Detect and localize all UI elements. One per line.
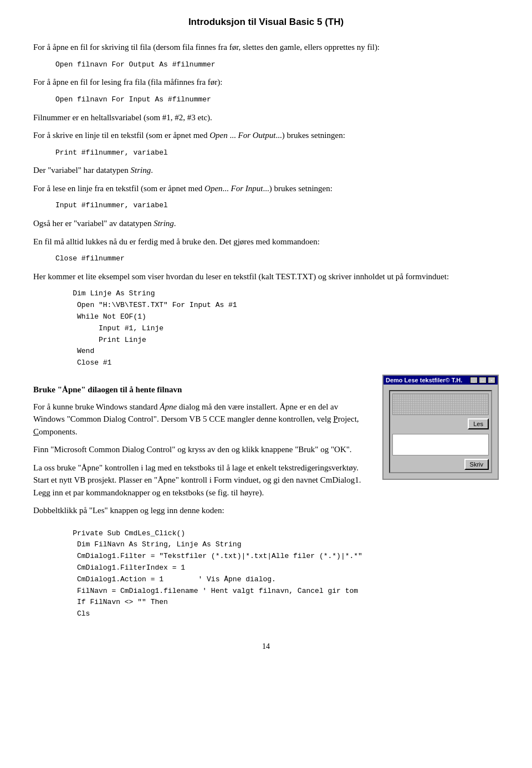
intro-paragraph-9: Her kommer et lite eksempel som viser hv…	[33, 270, 499, 283]
page-number: 14	[33, 642, 499, 651]
les-button[interactable]: Les	[468, 418, 489, 429]
section-paragraph-3: La oss bruke "Åpne" kontrollen i lag med…	[33, 462, 371, 499]
demo-window: Demo Lese tekstfiler© T.H. _ □ × Les Skr…	[382, 375, 499, 480]
demo-dotted-area	[392, 393, 489, 415]
intro-paragraph-3: Filnummer er en heltallsvariabel (som #1…	[33, 111, 499, 124]
code-example-block: Dim Linje As String Open "H:\VB\TEST.TXT…	[55, 288, 499, 369]
section-paragraph-1: For å kunne bruke Windows standard Åpne …	[33, 401, 371, 438]
section-paragraph-4: Dobbeltklikk på "Les" knappen og legg in…	[33, 504, 371, 517]
skriv-button[interactable]: Skriv	[464, 459, 489, 470]
section-paragraph-2: Finn "Microsoft Common Dialog Control" o…	[33, 443, 371, 456]
code-block-1: Open filnavn For Output As #filnummer	[55, 59, 499, 71]
code-block-3: Print #filnummer, variabel	[55, 147, 499, 159]
intro-paragraph-2: For å åpne en fil for lesing fra fila (f…	[33, 76, 499, 89]
section-two-col: Bruke "Åpne" dilaogen til å hente filnav…	[33, 375, 499, 523]
code-block-2: Open filnavn For Input As #filnummer	[55, 94, 499, 106]
intro-paragraph-5: Der "variabel" har datatypen String.	[33, 164, 499, 177]
page-title: Introduksjon til Visual Basic 5 (TH)	[33, 17, 499, 28]
code-block-5: Close #filnummer	[55, 253, 499, 265]
code-block-4: Input #filnummer, variabel	[55, 200, 499, 212]
demo-btn-row-2: Skriv	[392, 459, 489, 470]
intro-paragraph-4: For å skrive en linje til en tekstfil (s…	[33, 129, 499, 142]
section-text: Bruke "Åpne" dilaogen til å hente filnav…	[33, 375, 371, 523]
intro-paragraph-8: En fil må alltid lukkes nå du er ferdig …	[33, 235, 499, 248]
intro-paragraph-1: For å åpne en fil for skriving til fila …	[33, 41, 499, 54]
demo-body: Les Skriv	[383, 385, 498, 479]
intro-paragraph-7: Også her er "variabel" av datatypen Stri…	[33, 217, 499, 230]
demo-form: Les Skriv	[389, 390, 492, 473]
maximize-button[interactable]: □	[479, 377, 487, 383]
window-controls: _ □ ×	[470, 377, 495, 383]
section-heading: Bruke "Åpne" dilaogen til å hente filnav…	[33, 383, 371, 396]
demo-title: Demo Lese tekstfiler© T.H.	[386, 377, 462, 383]
demo-text-area	[392, 434, 489, 455]
demo-btn-row: Les	[392, 418, 489, 429]
close-button[interactable]: ×	[488, 377, 495, 383]
minimize-button[interactable]: _	[470, 377, 478, 383]
demo-titlebar: Demo Lese tekstfiler© T.H. _ □ ×	[383, 376, 498, 385]
code-sub-block: Private Sub CmdLes_Click() Dim FilNavn A…	[55, 528, 499, 620]
intro-paragraph-6: For å lese en linje fra en tekstfil (som…	[33, 182, 499, 195]
